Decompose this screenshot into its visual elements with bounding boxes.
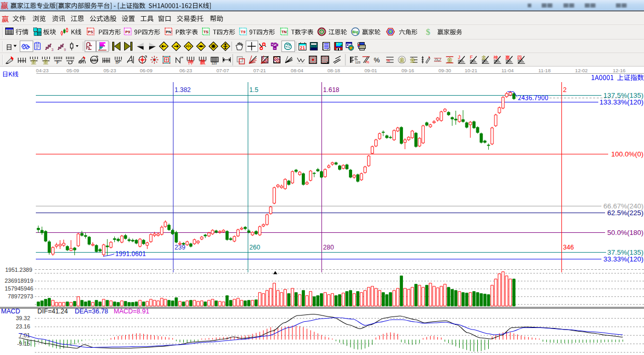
svg-text:05-23: 05-23	[103, 68, 116, 73]
svg-text:MACD: MACD	[1, 308, 20, 315]
svg-text:236918919: 236918919	[5, 278, 33, 284]
svg-text:157945946: 157945946	[5, 285, 33, 292]
svg-text:346: 346	[563, 244, 574, 251]
svg-text:J: J	[458, 55, 461, 60]
svg-text:12-16: 12-16	[613, 68, 625, 73]
svg-text:1951.2389: 1951.2389	[5, 267, 32, 273]
svg-text:TS: TS	[204, 30, 209, 34]
svg-text:DEA=36.78: DEA=36.78	[75, 308, 108, 315]
svg-text:3: 3	[51, 48, 53, 51]
svg-text:TN: TN	[281, 30, 287, 34]
svg-text:123: 123	[355, 61, 361, 64]
svg-text:PS: PS	[88, 30, 93, 34]
svg-text:PN: PN	[166, 30, 171, 34]
svg-text:08-04: 08-04	[291, 68, 303, 73]
svg-text:123: 123	[211, 62, 217, 65]
svg-text:62.5%(225): 62.5%(225)	[607, 209, 643, 217]
svg-text:07-21: 07-21	[253, 68, 266, 73]
svg-text:%: %	[386, 58, 390, 63]
svg-text:06-23: 06-23	[179, 68, 192, 73]
svg-text:F: F	[470, 55, 473, 60]
svg-text:10-21: 10-21	[465, 68, 477, 73]
svg-text:78972973: 78972973	[8, 293, 33, 299]
svg-text:MACD=8.91: MACD=8.91	[114, 308, 149, 315]
svg-text:9: 9	[64, 48, 66, 51]
svg-text:DIF=41.24: DIF=41.24	[37, 308, 68, 315]
svg-text:%: %	[374, 56, 380, 64]
svg-text:Big: Big	[352, 30, 359, 34]
svg-text:09-16: 09-16	[401, 68, 414, 73]
svg-text:1.618: 1.618	[323, 86, 339, 94]
svg-text:2: 2	[563, 86, 567, 94]
svg-text:A: A	[436, 58, 439, 63]
svg-text:50.0%(180): 50.0%(180)	[607, 229, 643, 236]
svg-text:09-30: 09-30	[438, 68, 451, 73]
svg-text:280: 280	[323, 244, 334, 251]
svg-text:100.0%(0): 100.0%(0)	[611, 150, 643, 158]
svg-text:21: 21	[300, 45, 305, 50]
svg-text:260: 260	[249, 244, 260, 251]
svg-text:08-18: 08-18	[327, 68, 340, 73]
svg-text:133.33%(120): 133.33%(120)	[599, 98, 643, 106]
svg-text:04-23: 04-23	[36, 68, 48, 73]
svg-text:$: $	[426, 27, 431, 37]
svg-text:06-09: 06-09	[140, 68, 152, 73]
svg-text:11-18: 11-18	[539, 68, 551, 73]
svg-text:12-02: 12-02	[575, 68, 587, 73]
svg-text:%: %	[366, 60, 369, 64]
svg-text:11-04: 11-04	[501, 68, 514, 73]
svg-text:1.5: 1.5	[249, 86, 258, 94]
svg-text:33.33%(120): 33.33%(120)	[603, 255, 643, 263]
svg-text:05-09: 05-09	[66, 68, 79, 73]
svg-text:7.01: 7.01	[19, 332, 30, 338]
svg-text:P9: P9	[125, 30, 130, 34]
svg-text:1.382: 1.382	[175, 86, 191, 94]
svg-text:07-07: 07-07	[217, 68, 229, 73]
svg-text:09-01: 09-01	[365, 68, 377, 73]
svg-text:n²: n²	[116, 60, 120, 65]
svg-text:T9: T9	[241, 30, 246, 34]
svg-text:23.16: 23.16	[16, 323, 30, 330]
svg-text:39.32: 39.32	[16, 315, 30, 321]
svg-text:F: F	[57, 60, 60, 65]
